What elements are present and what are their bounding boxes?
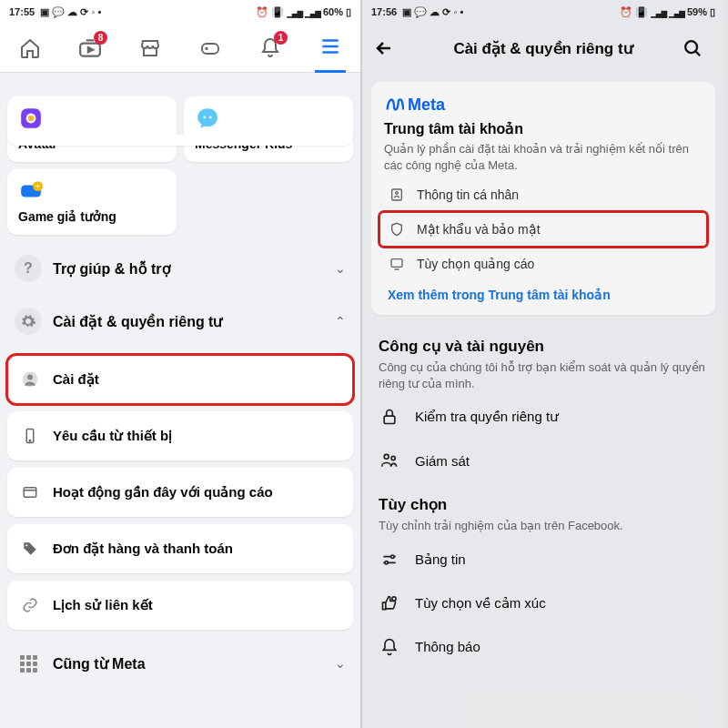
item-supervision[interactable]: Giám sát <box>362 439 724 482</box>
battery-icon: ▯ <box>346 6 351 18</box>
item-supervision-label: Giám sát <box>415 453 470 469</box>
svg-rect-20 <box>384 416 395 423</box>
section-preferences-title: Tùy chọn <box>379 495 708 514</box>
phone-icon <box>20 426 40 446</box>
gear-icon <box>15 308 42 335</box>
svg-rect-1 <box>202 44 218 54</box>
section-also-meta[interactable]: Cũng từ Meta ⌄ <box>0 637 360 690</box>
tile-avatar[interactable]: Avatar <box>7 96 177 162</box>
nav-notifications-icon[interactable]: 1 <box>255 33 286 64</box>
item-privacy-checkup-label: Kiểm tra quyền riêng tư <box>415 409 559 425</box>
status-app-icons: ▣ 💬 ☁ ⟳ ◦ • <box>399 6 463 18</box>
menu-recent-ad-activity[interactable]: Hoạt động gần đây với quảng cáo <box>7 468 353 517</box>
accounts-center-card: Meta Trung tâm tài khoản Quản lý phần cà… <box>371 82 715 315</box>
tile-messenger-kids[interactable]: Messenger Kids <box>184 96 353 162</box>
menu-link-history-label: Lịch sử liên kết <box>53 597 153 613</box>
svg-rect-19 <box>391 259 402 268</box>
header-title: Cài đặt & quyền riêng tư <box>404 39 682 58</box>
family-icon <box>379 451 400 470</box>
fantasy-game-icon: + <box>18 178 44 204</box>
lock-icon <box>379 408 400 426</box>
item-news-feed-label: Bảng tin <box>415 551 466 568</box>
svg-point-4 <box>28 116 35 122</box>
status-battery: 60% <box>323 6 343 17</box>
menu-orders-payments[interactable]: Đơn đặt hàng và thanh toán <box>7 524 353 573</box>
item-notifications[interactable]: Thông báo <box>362 625 724 669</box>
section-help-label: Trợ giúp & hỗ trợ <box>53 260 335 278</box>
section-help-support[interactable]: ? Trợ giúp & hỗ trợ ⌄ <box>0 242 360 295</box>
help-icon: ? <box>15 255 42 282</box>
thumbs-up-icon <box>379 594 400 612</box>
svg-point-21 <box>384 455 389 460</box>
meta-logo-text: Meta <box>408 96 445 115</box>
row-personal-info[interactable]: Thông tin cá nhân <box>384 178 703 211</box>
section-preferences: Tùy chọn Tùy chỉnh trải nghiệm của bạn t… <box>362 482 724 538</box>
person-gear-icon <box>20 369 40 389</box>
tile-fantasy-game-label: Game giả tưởng <box>18 209 166 224</box>
status-app-icons: ▣ 💬 ☁ ⟳ ◦ • <box>37 6 101 18</box>
svg-rect-14 <box>24 488 36 498</box>
accounts-center-title: Trung tâm tài khoản <box>384 120 703 137</box>
chevron-down-icon: ⌄ <box>335 656 346 671</box>
menu-settings-label: Cài đặt <box>53 371 99 388</box>
svg-point-23 <box>391 555 394 558</box>
row-personal-info-label: Thông tin cá nhân <box>417 187 519 202</box>
menu-link-history[interactable]: Lịch sử liên kết <box>7 581 353 630</box>
ad-activity-icon <box>20 482 40 502</box>
top-nav: 8 1 <box>0 24 360 73</box>
item-news-feed[interactable]: Bảng tin <box>362 538 724 581</box>
person-card-icon <box>388 187 406 202</box>
status-right-icons: ⏰ 📳 ▁▃▅ ▁▃▅ <box>620 6 684 18</box>
section-tools: Công cụ và tài nguyên Công cụ của chúng … <box>362 324 724 395</box>
meta-logo: Meta <box>384 95 703 115</box>
menu-recent-ad-activity-label: Hoạt động gần đây với quảng cáo <box>53 484 273 500</box>
menu-device-requests-label: Yêu cầu từ thiết bị <box>53 428 172 444</box>
avatar-icon <box>18 106 44 131</box>
menu-device-requests[interactable]: Yêu cầu từ thiết bị <box>7 411 353 460</box>
section-tools-title: Công cụ và tài nguyên <box>379 337 708 356</box>
section-also-meta-label: Cũng từ Meta <box>53 655 335 672</box>
chevron-down-icon: ⌄ <box>335 261 346 276</box>
svg-point-16 <box>685 41 697 53</box>
svg-point-22 <box>391 457 395 460</box>
row-ad-preferences[interactable]: Tùy chọn quảng cáo <box>384 248 703 280</box>
chevron-up-icon: ⌃ <box>335 314 346 329</box>
svg-text:+: + <box>35 182 40 191</box>
search-button[interactable] <box>682 38 713 58</box>
nav-menu-icon[interactable] <box>315 24 346 73</box>
sliders-icon <box>379 551 400 569</box>
tile-fantasy-game[interactable]: + Game giả tưởng <box>7 169 177 235</box>
item-notifications-label: Thông báo <box>415 639 480 654</box>
screen-icon <box>388 257 406 271</box>
status-time: 17:55 <box>9 6 35 17</box>
shield-icon <box>388 222 406 237</box>
svg-point-15 <box>25 544 27 546</box>
accounts-center-desc: Quản lý phần cài đặt tài khoản và trải n… <box>384 141 703 173</box>
row-password-security[interactable]: Mật khẩu và bảo mật <box>380 213 706 246</box>
see-more-accounts-center-link[interactable]: Xem thêm trong Trung tâm tài khoản <box>384 280 703 304</box>
item-reaction-prefs[interactable]: Tùy chọn về cảm xúc <box>362 581 724 625</box>
item-privacy-checkup[interactable]: Kiểm tra quyền riêng tư <box>362 395 724 439</box>
back-button[interactable] <box>373 37 404 59</box>
status-bar: 17:56 ▣ 💬 ☁ ⟳ ◦ • ⏰ 📳 ▁▃▅ ▁▃▅ 59% ▯ <box>362 0 724 24</box>
bell-icon <box>379 638 400 656</box>
nav-gaming-icon[interactable] <box>195 33 226 64</box>
nav-home-icon[interactable] <box>15 33 46 64</box>
nav-bell-badge: 1 <box>274 31 288 45</box>
item-reaction-prefs-label: Tùy chọn về cảm xúc <box>415 595 546 612</box>
nav-marketplace-icon[interactable] <box>135 33 166 64</box>
shortcut-tiles: Avatar Messenger Kids + Game giả tưởng <box>0 89 360 242</box>
row-password-security-label: Mật khẩu và bảo mật <box>417 222 541 237</box>
row-ad-preferences-label: Tùy chọn quảng cáo <box>417 257 534 271</box>
tag-icon <box>20 539 40 559</box>
status-bar: 17:55 ▣ 💬 ☁ ⟳ ◦ • ⏰ 📳 ▁▃▅ ▁▃▅ 60% ▯ <box>0 0 360 24</box>
nav-video-icon[interactable]: 8 <box>75 33 106 64</box>
section-settings-privacy[interactable]: Cài đặt & quyền riêng tư ⌃ <box>0 295 360 348</box>
left-screenshot: 17:55 ▣ 💬 ☁ ⟳ ◦ • ⏰ 📳 ▁▃▅ ▁▃▅ 60% ▯ 8 1 <box>0 0 362 728</box>
svg-point-18 <box>396 192 399 195</box>
status-time: 17:56 <box>371 6 397 17</box>
apps-grid-icon <box>15 650 42 677</box>
status-battery: 59% <box>687 6 707 17</box>
menu-settings[interactable]: Cài đặt <box>7 355 353 404</box>
section-preferences-desc: Tùy chỉnh trải nghiệm của bạn trên Faceb… <box>379 518 708 534</box>
